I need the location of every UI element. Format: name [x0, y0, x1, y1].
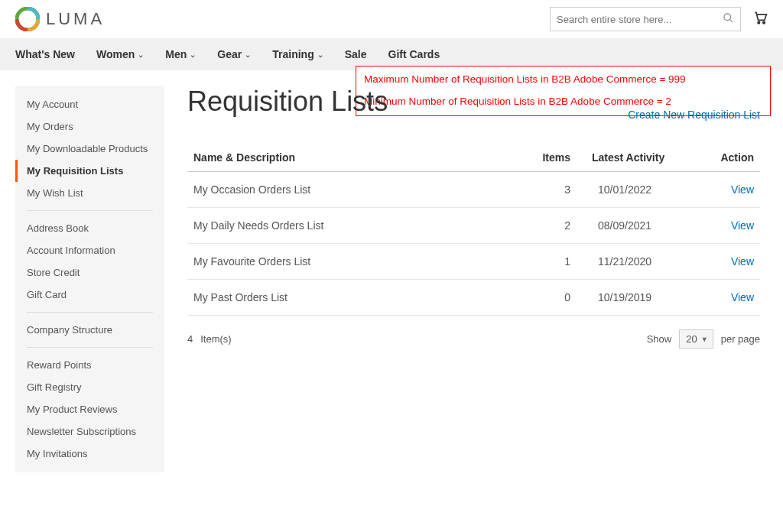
sidebar-item-store-credit[interactable]: Store Credit	[15, 261, 164, 284]
chevron-down-icon: ⌄	[245, 50, 251, 59]
sidebar-divider	[27, 347, 153, 348]
cell-name: My Occasion Orders List	[187, 172, 515, 208]
sidebar-item-account-information[interactable]: Account Information	[15, 239, 164, 261]
chevron-down-icon: ▼	[701, 336, 708, 343]
sidebar-item-gift-card[interactable]: Gift Card	[15, 284, 164, 306]
search-icon[interactable]	[723, 12, 734, 26]
sidebar-item-reward-points[interactable]: Reward Points	[15, 354, 164, 376]
cell-name: My Daily Needs Orders List	[187, 208, 515, 244]
cell-activity: 08/09/2021	[577, 208, 699, 244]
cell-activity: 11/21/2020	[577, 244, 699, 280]
sidebar-item-my-downloadable-products[interactable]: My Downloadable Products	[15, 138, 164, 160]
table-row: My Past Orders List010/19/2019View	[187, 280, 760, 316]
sidebar-item-my-invitations[interactable]: My Invitations	[15, 443, 164, 465]
nav-item-what-s-new[interactable]: What's New	[15, 48, 75, 60]
view-link[interactable]: View	[731, 219, 754, 232]
sidebar-item-address-book[interactable]: Address Book	[15, 217, 164, 239]
cell-name: My Favourite Orders List	[187, 244, 515, 280]
cell-items: 2	[515, 208, 577, 244]
col-header-items: Items	[515, 144, 577, 172]
svg-point-1	[724, 14, 731, 21]
view-link[interactable]: View	[731, 291, 754, 303]
svg-point-4	[763, 21, 765, 23]
col-header-activity: Latest Activity	[577, 144, 699, 172]
page-title: Requisition Lists	[187, 86, 388, 118]
view-link[interactable]: View	[731, 183, 754, 196]
sidebar: My AccountMy OrdersMy Downloadable Produ…	[15, 86, 164, 472]
per-page-label: per page	[721, 333, 760, 345]
cell-items: 3	[515, 172, 577, 208]
sidebar-item-company-structure[interactable]: Company Structure	[15, 319, 164, 341]
nav-item-gear[interactable]: Gear⌄	[217, 48, 251, 60]
logo[interactable]: LUMA	[15, 7, 105, 31]
col-header-action: Action	[699, 144, 760, 172]
logo-icon	[15, 7, 40, 31]
per-page-value: 20	[686, 333, 697, 345]
table-row: My Daily Needs Orders List208/09/2021Vie…	[187, 208, 760, 244]
nav-item-sale[interactable]: Sale	[345, 48, 367, 60]
sidebar-divider	[27, 210, 153, 211]
table-row: My Favourite Orders List111/21/2020View	[187, 244, 760, 280]
sidebar-item-my-product-reviews[interactable]: My Product Reviews	[15, 398, 164, 420]
view-link[interactable]: View	[731, 255, 754, 268]
sidebar-item-my-account[interactable]: My Account	[15, 93, 164, 115]
requisition-table: Name & Description Items Latest Activity…	[187, 144, 760, 316]
create-new-list-link[interactable]: Create New Requisition List	[628, 109, 760, 121]
nav-item-men[interactable]: Men⌄	[165, 48, 196, 60]
nav-item-training[interactable]: Training⌄	[272, 48, 323, 60]
svg-point-3	[758, 21, 760, 23]
show-label: Show	[647, 333, 672, 345]
cell-name: My Past Orders List	[187, 280, 515, 316]
sidebar-item-my-orders[interactable]: My Orders	[15, 115, 164, 138]
per-page-select[interactable]: 20 ▼	[679, 329, 713, 349]
sidebar-item-my-wish-list[interactable]: My Wish List	[15, 182, 164, 204]
sidebar-item-my-requisition-lists[interactable]: My Requisition Lists	[15, 160, 164, 182]
search-input[interactable]	[557, 14, 723, 25]
nav-item-gift-cards[interactable]: Gift Cards	[388, 48, 440, 60]
cart-icon[interactable]	[752, 10, 768, 29]
cell-activity: 10/19/2019	[577, 280, 699, 316]
chevron-down-icon: ⌄	[190, 50, 196, 59]
chevron-down-icon: ⌄	[317, 50, 323, 59]
col-header-name: Name & Description	[187, 144, 515, 172]
logo-text: LUMA	[46, 9, 105, 29]
sidebar-divider	[27, 312, 153, 313]
cell-items: 1	[515, 244, 577, 280]
sidebar-item-gift-registry[interactable]: Gift Registry	[15, 376, 164, 398]
nav-item-women[interactable]: Women⌄	[96, 48, 144, 60]
chevron-down-icon: ⌄	[138, 50, 144, 59]
cell-items: 0	[515, 280, 577, 316]
cell-activity: 10/01/2022	[577, 172, 699, 208]
sidebar-item-newsletter-subscriptions[interactable]: Newsletter Subscriptions	[15, 420, 164, 443]
svg-line-2	[729, 19, 733, 22]
search-box[interactable]	[550, 7, 741, 31]
table-row: My Occasion Orders List310/01/2022View	[187, 172, 760, 208]
item-count-label: Item(s)	[200, 333, 231, 345]
item-count-number: 4	[187, 333, 193, 345]
